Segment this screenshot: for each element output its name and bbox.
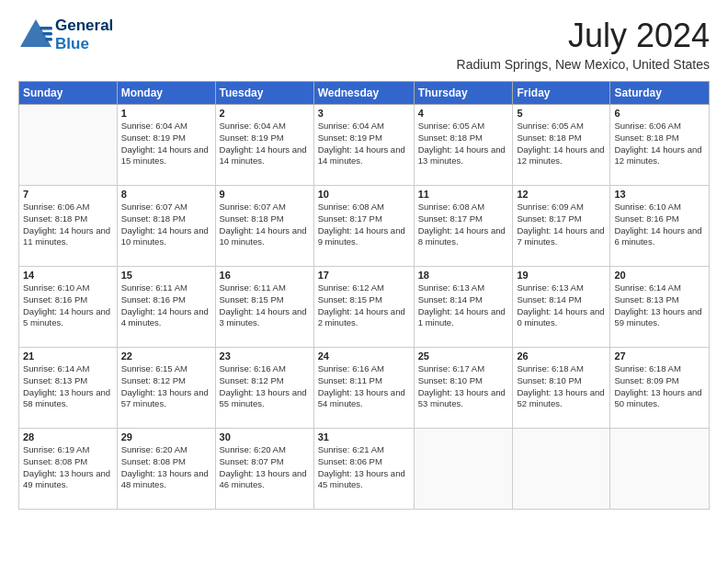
day-number: 1 <box>121 108 211 119</box>
calendar-row: 28Sunrise: 6:19 AMSunset: 8:08 PMDayligh… <box>19 429 710 510</box>
day-number: 7 <box>23 189 113 200</box>
table-row: 1Sunrise: 6:04 AMSunset: 8:19 PMDaylight… <box>117 105 215 186</box>
calendar-table: Sunday Monday Tuesday Wednesday Thursday… <box>18 81 710 510</box>
day-info: Sunrise: 6:12 AMSunset: 8:15 PMDaylight:… <box>318 282 410 329</box>
day-info: Sunrise: 6:08 AMSunset: 8:17 PMDaylight:… <box>418 201 509 248</box>
table-row <box>513 429 610 510</box>
table-row: 16Sunrise: 6:11 AMSunset: 8:15 PMDayligh… <box>215 267 313 348</box>
table-row: 30Sunrise: 6:20 AMSunset: 8:07 PMDayligh… <box>215 429 313 510</box>
day-number: 22 <box>121 350 211 362</box>
table-row: 29Sunrise: 6:20 AMSunset: 8:08 PMDayligh… <box>117 429 215 510</box>
day-info: Sunrise: 6:10 AMSunset: 8:16 PMDaylight:… <box>23 282 113 329</box>
day-info: Sunrise: 6:20 AMSunset: 8:07 PMDaylight:… <box>220 444 310 491</box>
table-row: 28Sunrise: 6:19 AMSunset: 8:08 PMDayligh… <box>19 429 118 510</box>
table-row: 10Sunrise: 6:08 AMSunset: 8:17 PMDayligh… <box>313 186 414 267</box>
table-row: 2Sunrise: 6:04 AMSunset: 8:19 PMDaylight… <box>215 105 313 186</box>
col-wednesday: Wednesday <box>313 82 414 105</box>
day-number: 31 <box>318 431 410 442</box>
day-info: Sunrise: 6:15 AMSunset: 8:12 PMDaylight:… <box>121 363 211 410</box>
day-info: Sunrise: 6:07 AMSunset: 8:18 PMDaylight:… <box>121 201 211 248</box>
svg-rect-3 <box>45 38 52 41</box>
day-number: 25 <box>418 350 509 362</box>
day-number: 15 <box>121 270 211 281</box>
table-row: 17Sunrise: 6:12 AMSunset: 8:15 PMDayligh… <box>313 267 414 348</box>
day-number: 13 <box>614 189 705 200</box>
day-number: 30 <box>220 431 310 442</box>
day-info: Sunrise: 6:04 AMSunset: 8:19 PMDaylight:… <box>220 121 310 167</box>
day-number: 21 <box>23 350 113 362</box>
day-number: 8 <box>121 189 211 200</box>
day-number: 28 <box>23 431 113 442</box>
table-row: 23Sunrise: 6:16 AMSunset: 8:12 PMDayligh… <box>215 348 313 429</box>
table-row: 15Sunrise: 6:11 AMSunset: 8:16 PMDayligh… <box>117 267 215 348</box>
day-number: 19 <box>517 270 606 281</box>
table-row: 22Sunrise: 6:15 AMSunset: 8:12 PMDayligh… <box>117 348 215 429</box>
day-number: 2 <box>220 108 310 119</box>
table-row: 8Sunrise: 6:07 AMSunset: 8:18 PMDaylight… <box>117 186 215 267</box>
table-row: 9Sunrise: 6:07 AMSunset: 8:18 PMDaylight… <box>215 186 313 267</box>
calendar-header-row: Sunday Monday Tuesday Wednesday Thursday… <box>19 82 710 105</box>
col-friday: Friday <box>513 82 610 105</box>
day-info: Sunrise: 6:11 AMSunset: 8:16 PMDaylight:… <box>121 282 211 329</box>
day-info: Sunrise: 6:11 AMSunset: 8:15 PMDaylight:… <box>220 282 310 329</box>
day-number: 24 <box>318 350 410 362</box>
table-row: 14Sunrise: 6:10 AMSunset: 8:16 PMDayligh… <box>19 267 118 348</box>
day-info: Sunrise: 6:19 AMSunset: 8:08 PMDaylight:… <box>23 444 113 491</box>
day-number: 23 <box>220 350 310 362</box>
col-saturday: Saturday <box>610 82 710 105</box>
col-sunday: Sunday <box>19 82 118 105</box>
month-title: July 2024 <box>457 17 710 55</box>
day-info: Sunrise: 6:20 AMSunset: 8:08 PMDaylight:… <box>121 444 211 491</box>
day-number: 14 <box>23 270 113 281</box>
table-row: 4Sunrise: 6:05 AMSunset: 8:18 PMDaylight… <box>414 105 513 186</box>
day-info: Sunrise: 6:06 AMSunset: 8:18 PMDaylight:… <box>23 201 113 248</box>
day-number: 12 <box>517 189 606 200</box>
header: General Blue July 2024 Radium Springs, N… <box>18 17 710 72</box>
calendar-row: 21Sunrise: 6:14 AMSunset: 8:13 PMDayligh… <box>19 348 710 429</box>
table-row: 20Sunrise: 6:14 AMSunset: 8:13 PMDayligh… <box>610 267 710 348</box>
day-number: 18 <box>418 270 509 281</box>
day-info: Sunrise: 6:10 AMSunset: 8:16 PMDaylight:… <box>614 201 705 248</box>
day-number: 4 <box>418 108 509 119</box>
location: Radium Springs, New Mexico, United State… <box>457 57 710 72</box>
day-number: 6 <box>614 108 705 119</box>
day-number: 10 <box>318 189 410 200</box>
day-info: Sunrise: 6:21 AMSunset: 8:06 PMDaylight:… <box>318 444 410 491</box>
svg-rect-2 <box>42 32 52 36</box>
table-row: 6Sunrise: 6:06 AMSunset: 8:18 PMDaylight… <box>610 105 710 186</box>
day-info: Sunrise: 6:18 AMSunset: 8:09 PMDaylight:… <box>614 363 705 410</box>
day-info: Sunrise: 6:13 AMSunset: 8:14 PMDaylight:… <box>517 282 606 329</box>
table-row <box>19 105 118 186</box>
col-monday: Monday <box>117 82 215 105</box>
day-info: Sunrise: 6:05 AMSunset: 8:18 PMDaylight:… <box>418 121 509 167</box>
title-area: July 2024 Radium Springs, New Mexico, Un… <box>457 17 710 72</box>
day-info: Sunrise: 6:07 AMSunset: 8:18 PMDaylight:… <box>220 201 310 248</box>
table-row <box>610 429 710 510</box>
table-row: 27Sunrise: 6:18 AMSunset: 8:09 PMDayligh… <box>610 348 710 429</box>
day-number: 11 <box>418 189 509 200</box>
day-number: 27 <box>614 350 705 362</box>
day-number: 16 <box>220 270 310 281</box>
logo: General Blue <box>18 17 113 53</box>
day-info: Sunrise: 6:06 AMSunset: 8:18 PMDaylight:… <box>614 121 705 167</box>
calendar-row: 1Sunrise: 6:04 AMSunset: 8:19 PMDaylight… <box>19 105 710 186</box>
table-row: 11Sunrise: 6:08 AMSunset: 8:17 PMDayligh… <box>414 186 513 267</box>
day-info: Sunrise: 6:14 AMSunset: 8:13 PMDaylight:… <box>23 363 113 410</box>
day-info: Sunrise: 6:08 AMSunset: 8:17 PMDaylight:… <box>318 201 410 248</box>
day-number: 3 <box>318 108 410 119</box>
day-number: 26 <box>517 350 606 362</box>
table-row: 7Sunrise: 6:06 AMSunset: 8:18 PMDaylight… <box>19 186 118 267</box>
table-row: 12Sunrise: 6:09 AMSunset: 8:17 PMDayligh… <box>513 186 610 267</box>
table-row <box>414 429 513 510</box>
logo-blue: Blue <box>55 35 89 52</box>
logo-icon <box>18 17 53 52</box>
day-info: Sunrise: 6:13 AMSunset: 8:14 PMDaylight:… <box>418 282 509 329</box>
day-info: Sunrise: 6:14 AMSunset: 8:13 PMDaylight:… <box>614 282 705 329</box>
day-info: Sunrise: 6:05 AMSunset: 8:18 PMDaylight:… <box>517 121 606 167</box>
table-row: 31Sunrise: 6:21 AMSunset: 8:06 PMDayligh… <box>313 429 414 510</box>
day-number: 29 <box>121 431 211 442</box>
table-row: 24Sunrise: 6:16 AMSunset: 8:11 PMDayligh… <box>313 348 414 429</box>
col-tuesday: Tuesday <box>215 82 313 105</box>
day-info: Sunrise: 6:09 AMSunset: 8:17 PMDaylight:… <box>517 201 606 248</box>
col-thursday: Thursday <box>414 82 513 105</box>
